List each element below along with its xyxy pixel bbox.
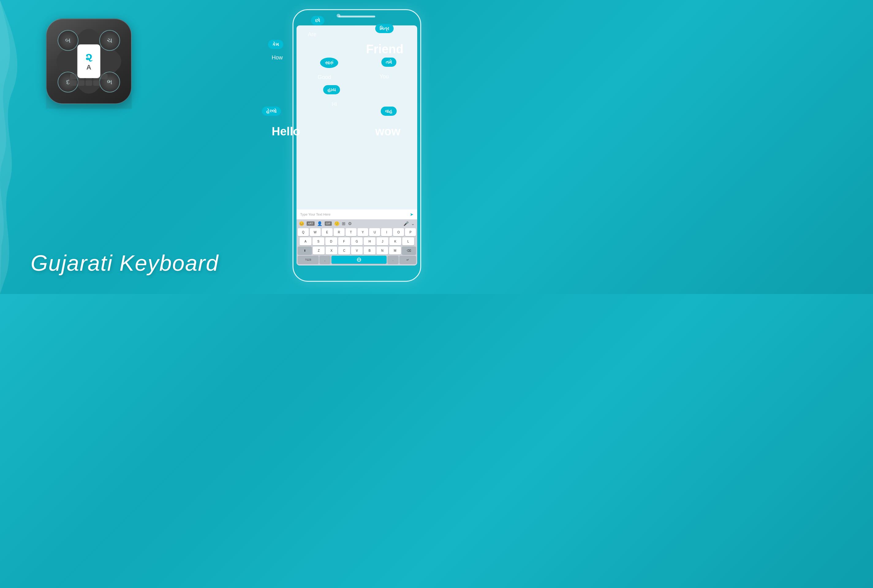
bubble-cho: છો <box>311 16 324 25</box>
app-icon: બ ચ દ ભ ૨ A <box>46 18 132 104</box>
key-m[interactable]: M <box>389 246 401 255</box>
bubble-wah: વાહ <box>381 106 397 116</box>
bubble-saru: સારું <box>320 58 338 68</box>
spinner-shape: બ ચ દ ભ ૨ A <box>55 28 123 95</box>
bubble-hay: હાય <box>323 85 340 94</box>
arm-top-left: બ <box>58 30 78 51</box>
key-n[interactable]: N <box>376 246 388 255</box>
app-title: Gujarati Keyboard <box>31 250 219 276</box>
mic-icon[interactable]: 🎤 <box>404 221 409 226</box>
smiley-icon[interactable]: 🙂 <box>334 221 339 226</box>
keyboard-area: Type Your Text Here ➤ 😊 ART 👤 GIF 🙂 ⊞ ⚙ … <box>297 210 417 266</box>
key-p[interactable]: P <box>405 228 416 236</box>
gear-icon[interactable]: ⚙ <box>348 221 352 226</box>
label-how: How <box>272 54 283 61</box>
key-i[interactable]: I <box>381 228 392 236</box>
label-hello: Hello <box>272 125 300 138</box>
key-s[interactable]: S <box>312 237 324 245</box>
key-e[interactable]: E <box>322 228 333 236</box>
key-d[interactable]: D <box>325 237 337 245</box>
center-latin: A <box>86 64 91 71</box>
key-u[interactable]: U <box>369 228 380 236</box>
key-y[interactable]: Y <box>357 228 369 236</box>
globe-icon <box>357 258 361 262</box>
key-numbers[interactable]: ?123 <box>298 256 319 264</box>
keyboard-row-1: Q W E R T Y U I O P <box>297 228 417 237</box>
bubble-hello-gujarati: હેલ્લો <box>262 106 281 116</box>
text-input-bar[interactable]: Type Your Text Here ➤ <box>297 210 417 220</box>
key-x[interactable]: X <box>326 246 338 255</box>
key-v[interactable]: V <box>351 246 363 255</box>
label-wow: wow <box>375 125 400 138</box>
key-j[interactable]: J <box>376 237 388 245</box>
spinner-center-card: ૨ A <box>78 44 100 78</box>
label-good: Good <box>318 74 331 81</box>
key-f[interactable]: F <box>338 237 350 245</box>
key-h[interactable]: H <box>364 237 375 245</box>
key-period[interactable]: . <box>387 256 399 264</box>
app-icon-reflection <box>46 109 132 152</box>
bubble-kem: કેમ <box>268 40 284 49</box>
label-you: You <box>380 74 389 80</box>
key-space[interactable] <box>332 256 387 264</box>
key-r[interactable]: R <box>334 228 345 236</box>
key-q[interactable]: Q <box>298 228 309 236</box>
key-shift[interactable]: ⬆ <box>298 246 312 255</box>
key-l[interactable]: L <box>402 237 414 245</box>
bubbles-container: છો Are મિત્ર Friend કેમ How સારું Good ત… <box>161 9 421 190</box>
key-t[interactable]: T <box>345 228 357 236</box>
arm-top-right: ચ <box>99 30 120 51</box>
settings-icon2[interactable]: ⊞ <box>342 221 345 226</box>
gif-icon[interactable]: GIF <box>325 221 332 226</box>
key-w[interactable]: W <box>310 228 321 236</box>
art-icon[interactable]: ART <box>307 221 315 226</box>
send-icon[interactable]: ➤ <box>410 212 414 217</box>
emoji-icon[interactable]: 😊 <box>299 221 304 226</box>
chevron-down-icon[interactable]: ⌄ <box>411 221 415 226</box>
key-a[interactable]: A <box>300 237 312 245</box>
app-icon-container: બ ચ દ ભ ૨ A <box>46 18 132 104</box>
key-c[interactable]: C <box>338 246 350 255</box>
key-comma[interactable]: , <box>320 256 330 264</box>
label-hi: Hi <box>332 101 337 108</box>
key-o[interactable]: O <box>393 228 404 236</box>
key-g[interactable]: G <box>351 237 363 245</box>
label-friend: Friend <box>366 42 404 56</box>
bubble-mitra: મિત્ર <box>375 24 394 33</box>
label-are: Are <box>308 31 316 38</box>
wave-decoration <box>0 0 37 294</box>
key-z[interactable]: Z <box>313 246 325 255</box>
emoji-toolbar: 😊 ART 👤 GIF 🙂 ⊞ ⚙ 🎤 ⌄ <box>297 220 417 228</box>
face-icon[interactable]: 👤 <box>317 221 322 226</box>
bubble-tame: તમે <box>381 58 396 67</box>
key-k[interactable]: K <box>389 237 401 245</box>
key-enter[interactable]: ↵ <box>399 256 416 264</box>
center-gujarati: ૨ <box>86 52 92 63</box>
keyboard-row-2: A S D F G H J K L <box>297 237 417 246</box>
keyboard-row-4: ?123 , . ↵ <box>297 255 417 266</box>
key-backspace[interactable]: ⌫ <box>402 246 416 255</box>
key-b[interactable]: B <box>364 246 375 255</box>
keyboard-row-3: ⬆ Z X C V B N M ⌫ <box>297 246 417 255</box>
text-input-placeholder: Type Your Text Here <box>300 213 330 216</box>
